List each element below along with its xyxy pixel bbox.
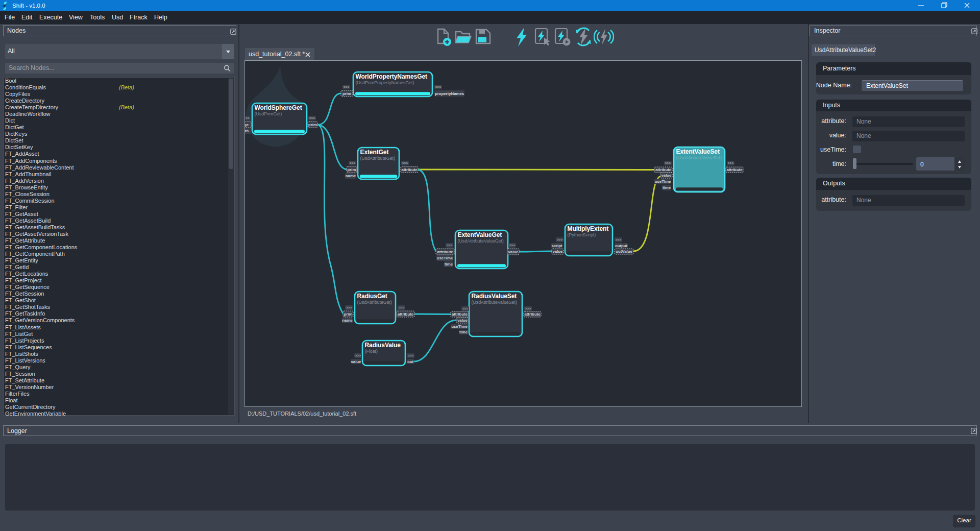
svg-text:value: value xyxy=(553,249,564,254)
svg-text:time: time xyxy=(663,185,671,190)
svg-text:(UsdAttributeValueGet): (UsdAttributeValueGet) xyxy=(458,238,504,244)
svg-text:ExtentValueGet: ExtentValueGet xyxy=(458,231,502,238)
svg-text:time: time xyxy=(459,330,468,334)
svg-text:value: value xyxy=(457,318,468,323)
svg-text:propertyNames: propertyNames xyxy=(435,91,464,96)
svg-text:useTime: useTime xyxy=(655,179,671,184)
svg-text:>>>: >>> xyxy=(344,85,350,89)
svg-text:value: value xyxy=(351,359,362,364)
svg-text:name: name xyxy=(342,318,353,323)
svg-text:(UsdAttributeValueSet): (UsdAttributeValueSet) xyxy=(472,300,517,305)
svg-text:>>>: >>> xyxy=(350,161,356,165)
svg-text:RadiusValue: RadiusValue xyxy=(365,342,401,349)
svg-text:value: value xyxy=(508,250,519,254)
svg-text:WorldPropertyNamesGet: WorldPropertyNamesGet xyxy=(356,73,427,80)
svg-text:>>>: >>> xyxy=(402,161,408,165)
svg-text:(UsdAttributeValueSet): (UsdAttributeValueSet) xyxy=(676,155,722,160)
svg-text:WorldSphereGet: WorldSphereGet xyxy=(255,104,302,111)
svg-text:attribute: attribute xyxy=(452,312,468,317)
svg-text:attribute: attribute xyxy=(655,167,672,172)
svg-text:>>>: >>> xyxy=(728,161,734,165)
svg-text:useTime: useTime xyxy=(451,324,468,329)
svg-text:>>>: >>> xyxy=(408,354,414,357)
svg-text:output: output xyxy=(615,244,628,248)
svg-text:(PythonScript): (PythonScript) xyxy=(568,232,596,237)
svg-text:prim: prim xyxy=(348,167,356,172)
svg-text:MultiplyExtent: MultiplyExtent xyxy=(568,225,609,232)
svg-text:prim: prim xyxy=(342,91,351,96)
svg-text:outValue: outValue xyxy=(616,249,632,254)
svg-text:>>>: >>> xyxy=(525,307,531,310)
svg-text:path: path xyxy=(245,129,249,133)
svg-text:ExtentGet: ExtentGet xyxy=(360,149,389,156)
svg-text:>>>: >>> xyxy=(447,244,453,247)
svg-text:name: name xyxy=(346,174,356,178)
svg-text:>>>: >>> xyxy=(399,306,405,309)
svg-text:>>>: >>> xyxy=(435,85,442,89)
svg-text:attribute: attribute xyxy=(401,167,418,172)
svg-text:stage: stage xyxy=(245,123,249,127)
svg-text:>>>: >>> xyxy=(665,161,671,165)
svg-text:>>>: >>> xyxy=(616,238,622,242)
svg-text:RadiusValueSet: RadiusValueSet xyxy=(472,293,517,300)
svg-text:(UsdAttributeGet): (UsdAttributeGet) xyxy=(360,156,396,161)
svg-text:attribute: attribute xyxy=(437,250,453,254)
svg-text:attribute: attribute xyxy=(726,167,743,172)
svg-text:value: value xyxy=(662,173,672,178)
svg-text:(UsdPrimPropertyNamesGet): (UsdPrimPropertyNamesGet) xyxy=(356,80,414,85)
svg-text:>>: >> xyxy=(246,116,250,120)
svg-text:>>>: >>> xyxy=(462,307,469,310)
svg-text:>>>: >>> xyxy=(557,238,563,242)
svg-text:attribute: attribute xyxy=(398,312,414,317)
svg-text:RadiusGet: RadiusGet xyxy=(357,293,387,300)
svg-text:attribute: attribute xyxy=(524,312,541,317)
svg-text:(UsdPrimGet): (UsdPrimGet) xyxy=(255,111,282,116)
svg-text:>>>: >>> xyxy=(309,116,315,120)
svg-text:>>>: >>> xyxy=(346,306,352,309)
svg-text:prim: prim xyxy=(344,312,353,317)
svg-text:script: script xyxy=(551,244,562,248)
svg-text:(Float): (Float) xyxy=(365,349,378,354)
svg-text:prim: prim xyxy=(308,123,317,127)
svg-text:time: time xyxy=(445,262,453,267)
svg-text:useTime: useTime xyxy=(437,256,453,260)
svg-text:>>>: >>> xyxy=(509,244,516,247)
svg-text:ExtentValueSet: ExtentValueSet xyxy=(676,148,720,155)
svg-text:>>>: >>> xyxy=(355,354,361,357)
svg-text:(UsdAttributeGet): (UsdAttributeGet) xyxy=(357,300,393,305)
svg-text:out: out xyxy=(407,359,414,364)
